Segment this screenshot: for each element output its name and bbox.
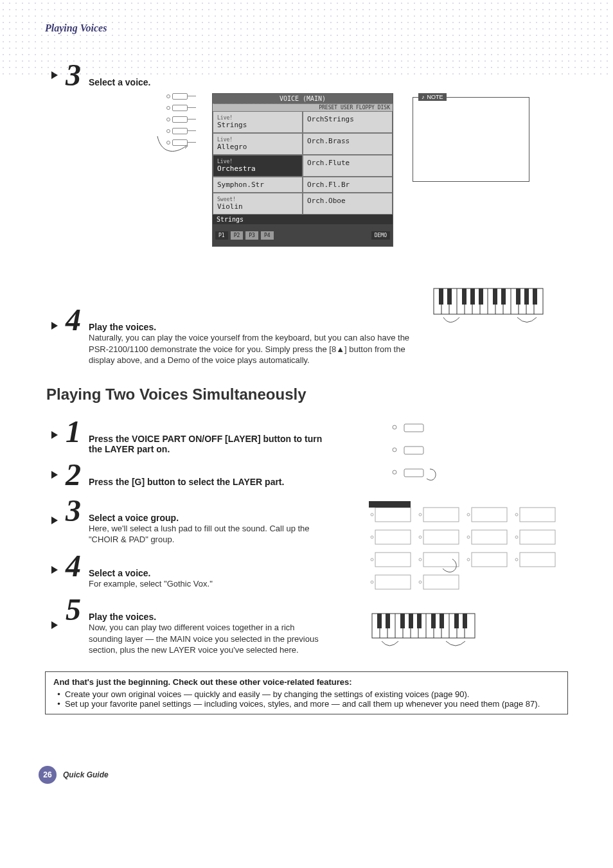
svg-rect-34 xyxy=(375,530,411,544)
svg-point-51 xyxy=(515,536,518,538)
svg-rect-27 xyxy=(404,447,423,454)
svg-point-24 xyxy=(393,425,396,429)
svg-rect-72 xyxy=(377,614,382,628)
svg-rect-14 xyxy=(439,288,443,305)
svg-rect-25 xyxy=(404,424,423,432)
step-heading: Press the [G] button to select the LAYER… xyxy=(89,477,284,487)
step-heading: Select a voice. xyxy=(89,77,151,87)
feature-item: Create your own original voices — quickl… xyxy=(65,689,560,699)
note-box: NOTE xyxy=(413,97,529,182)
step-heading: Select a voice. xyxy=(89,568,213,578)
svg-rect-32 xyxy=(472,508,507,522)
bullet-triangle-icon xyxy=(51,621,58,629)
svg-rect-16 xyxy=(462,288,466,305)
svg-rect-20 xyxy=(501,288,506,305)
svg-point-46 xyxy=(467,513,470,516)
voice-related-features-box: And that's just the beginning. Check out… xyxy=(45,671,568,714)
svg-rect-58 xyxy=(369,501,411,508)
svg-point-26 xyxy=(393,448,396,452)
step-heading: Play the voices. xyxy=(89,322,423,332)
footer-title: Quick Guide xyxy=(63,770,109,779)
lcd-storage-tabs: PRESET USER FLOPPY DISK xyxy=(213,104,393,111)
svg-rect-78 xyxy=(440,614,444,628)
svg-rect-35 xyxy=(423,530,459,544)
svg-rect-74 xyxy=(400,614,405,628)
svg-point-50 xyxy=(467,536,470,538)
voice-group-grid-illustration xyxy=(369,501,574,598)
page-number-badge: 26 xyxy=(39,766,57,784)
svg-rect-40 xyxy=(472,553,507,567)
svg-rect-18 xyxy=(479,288,483,305)
step-number: 1 xyxy=(66,416,81,447)
svg-rect-29 xyxy=(404,469,423,477)
svg-rect-37 xyxy=(520,530,555,544)
svg-rect-17 xyxy=(470,288,475,305)
step-body: Here, we'll select a lush pad to fill ou… xyxy=(89,523,326,545)
two-step-1: 1 Press the VOICE PART ON/OFF [LAYER] bu… xyxy=(51,416,350,454)
step-number: 3 xyxy=(66,495,81,526)
svg-rect-75 xyxy=(409,614,413,628)
svg-point-57 xyxy=(419,581,422,583)
svg-point-49 xyxy=(419,536,422,538)
svg-point-28 xyxy=(393,470,396,474)
two-step-3: 3 Select a voice group. Here, we'll sele… xyxy=(51,495,350,545)
step-number: 4 xyxy=(66,305,81,335)
bullet-triangle-icon xyxy=(51,471,58,479)
two-step-5: 5 Play the voices. Now, you can play two… xyxy=(51,594,350,656)
step-number: 4 xyxy=(66,551,81,581)
bullet-triangle-icon xyxy=(51,566,58,574)
step-4: 4 Play the voices. Naturally, you can pl… xyxy=(51,285,574,366)
section-heading-two-voices: Playing Two Voices Simultaneously xyxy=(46,385,574,403)
svg-point-44 xyxy=(371,513,373,516)
svg-rect-19 xyxy=(493,288,497,305)
step-heading: Press the VOICE PART ON/OFF [LAYER] butt… xyxy=(89,434,326,454)
lcd-title: VOICE (MAIN) xyxy=(213,94,393,104)
svg-point-52 xyxy=(371,558,373,561)
lcd-footer: P1 P2 P3 P4 DEMO xyxy=(213,224,393,246)
svg-rect-33 xyxy=(520,508,555,522)
two-step-2: 2 Press the [G] button to select the LAY… xyxy=(51,459,350,490)
box-lead: And that's just the beginning. Check out… xyxy=(53,677,560,687)
bullet-triangle-icon xyxy=(51,517,58,524)
svg-rect-36 xyxy=(472,530,507,544)
step-3: 3 Select a voice. xyxy=(51,60,574,91)
keyboard-hands-icon xyxy=(369,610,574,652)
svg-point-54 xyxy=(467,558,470,561)
svg-point-53 xyxy=(419,558,422,561)
svg-rect-31 xyxy=(423,508,459,522)
svg-point-45 xyxy=(419,513,422,516)
svg-point-47 xyxy=(515,513,518,516)
bullet-triangle-icon xyxy=(51,71,58,79)
step-body: Now, you can play two different voices t… xyxy=(89,622,326,656)
svg-point-55 xyxy=(515,558,518,561)
svg-point-56 xyxy=(371,581,373,583)
svg-rect-41 xyxy=(520,553,555,567)
step-number: 5 xyxy=(66,594,81,625)
panel-buttons-illustration xyxy=(167,93,193,159)
step-number: 3 xyxy=(66,60,81,91)
svg-rect-42 xyxy=(375,575,411,589)
footer-dots-decoration xyxy=(115,774,574,776)
svg-rect-21 xyxy=(516,288,520,305)
svg-rect-80 xyxy=(463,614,467,628)
bullet-triangle-icon xyxy=(51,431,58,439)
step-heading: Select a voice group. xyxy=(89,513,326,523)
note-label: NOTE xyxy=(418,93,447,101)
svg-rect-22 xyxy=(524,288,529,305)
breadcrumb: Playing Voices xyxy=(45,22,574,34)
page-footer: 26 Quick Guide xyxy=(39,766,574,797)
keyboard-hands-icon xyxy=(431,285,546,330)
svg-rect-30 xyxy=(375,508,411,522)
step-body: Naturally, you can play the voice yourse… xyxy=(89,332,423,366)
lcd-screen-illustration: VOICE (MAIN) PRESET USER FLOPPY DISK Liv… xyxy=(212,93,393,247)
svg-rect-43 xyxy=(423,575,459,589)
svg-rect-77 xyxy=(431,614,436,628)
svg-rect-23 xyxy=(533,288,537,305)
svg-point-48 xyxy=(371,536,373,538)
layer-buttons-illustration xyxy=(388,418,574,488)
feature-item: Set up your favorite panel settings — in… xyxy=(65,699,560,709)
svg-rect-79 xyxy=(454,614,459,628)
svg-rect-38 xyxy=(375,553,411,567)
svg-rect-76 xyxy=(417,614,422,628)
lcd-category: Strings xyxy=(213,215,393,224)
